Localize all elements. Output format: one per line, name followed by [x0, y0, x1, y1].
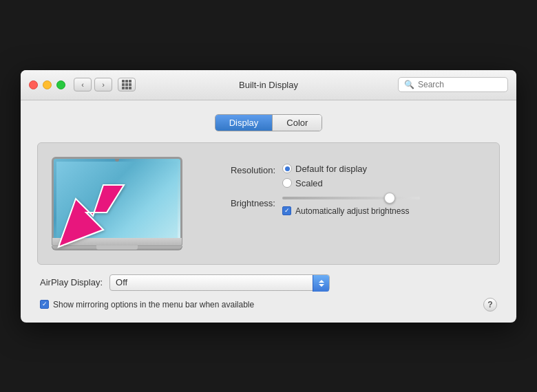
auto-brightness-checkbox[interactable]: ✓ [282, 206, 291, 215]
airplay-label: AirPlay Display: [40, 277, 103, 287]
search-icon: 🔍 [404, 80, 414, 89]
window: ‹ › Built-in Display 🔍 Display Color [21, 70, 516, 323]
resolution-scaled-option[interactable]: Scaled [282, 178, 367, 188]
checkbox-check-icon: ✓ [284, 208, 290, 214]
resolution-default-option[interactable]: Default for display [282, 164, 367, 174]
resolution-default-label: Default for display [295, 164, 367, 174]
close-button[interactable] [29, 80, 38, 89]
radio-default[interactable] [282, 164, 292, 173]
laptop-camera [115, 157, 119, 162]
arrow-up-icon [319, 280, 324, 283]
brightness-slider-row [282, 197, 420, 199]
tab-display[interactable]: Display [215, 115, 273, 131]
brightness-controls: ✓ Automatically adjust brightness [282, 197, 420, 216]
tabs-container: Display Color [37, 114, 500, 131]
tab-color[interactable]: Color [273, 115, 322, 131]
content-area: Display Color Resolution: [21, 100, 516, 323]
auto-brightness-row: ✓ Automatically adjust brightness [282, 206, 420, 216]
grid-icon [122, 80, 131, 89]
window-title: Built-in Display [239, 80, 298, 90]
tab-group: Display Color [215, 114, 323, 131]
display-panel: Resolution: Default for display Scaled [37, 142, 500, 265]
help-button[interactable]: ? [483, 298, 497, 312]
mirroring-left: ✓ Show mirroring options in the menu bar… [40, 300, 254, 309]
laptop-image [52, 157, 189, 250]
laptop-screen [52, 157, 182, 238]
resolution-options: Default for display Scaled [282, 164, 367, 188]
mirroring-row: ✓ Show mirroring options in the menu bar… [40, 298, 497, 312]
minimize-button[interactable] [43, 80, 52, 89]
resolution-scaled-label: Scaled [295, 178, 323, 188]
settings-area: Resolution: Default for display Scaled [210, 157, 485, 224]
nav-buttons: ‹ › [74, 78, 136, 91]
auto-brightness-label: Automatically adjust brightness [295, 206, 409, 216]
grid-button[interactable] [118, 78, 136, 91]
mirroring-check-icon: ✓ [42, 301, 48, 307]
bottom-area: AirPlay Display: Off ✓ Show mirroring op… [37, 274, 500, 312]
airplay-row: AirPlay Display: Off [40, 274, 497, 291]
laptop-base [52, 238, 182, 246]
mirroring-label: Show mirroring options in the menu bar w… [53, 300, 254, 309]
search-box[interactable]: 🔍 [398, 77, 508, 92]
radio-scaled[interactable] [282, 178, 292, 188]
maximize-button[interactable] [56, 80, 65, 89]
arrow-down-icon [319, 284, 324, 287]
select-arrow-icon [313, 275, 329, 292]
brightness-label: Brightness: [210, 197, 275, 208]
airplay-select[interactable]: Off [109, 274, 330, 291]
titlebar: ‹ › Built-in Display 🔍 [21, 70, 516, 100]
back-button[interactable]: ‹ [74, 78, 92, 91]
forward-button[interactable]: › [94, 78, 112, 91]
brightness-row: Brightness: ✓ Automatically adjust brigh… [210, 197, 485, 216]
resolution-label: Resolution: [210, 164, 275, 175]
airplay-value: Off [116, 277, 324, 287]
laptop [52, 157, 182, 250]
radio-default-inner [285, 166, 290, 171]
traffic-lights [29, 80, 65, 89]
mirroring-checkbox[interactable]: ✓ [40, 300, 49, 309]
brightness-slider-thumb[interactable] [384, 193, 395, 204]
brightness-slider-track[interactable] [282, 197, 420, 199]
search-input[interactable] [418, 80, 501, 89]
resolution-row: Resolution: Default for display Scaled [210, 164, 485, 188]
